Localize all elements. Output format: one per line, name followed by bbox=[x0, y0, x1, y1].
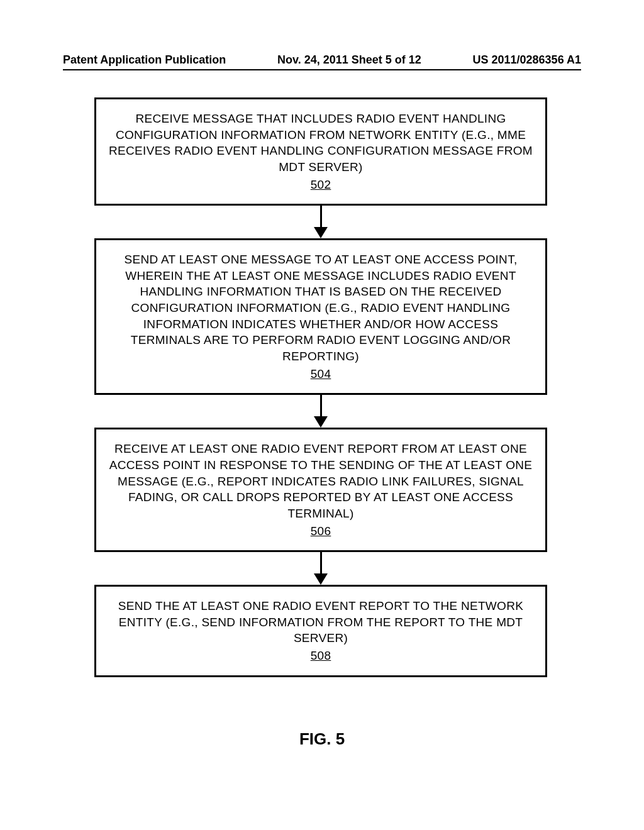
box-number: 506 bbox=[311, 523, 331, 540]
arrow-line bbox=[320, 552, 322, 575]
box-text: RECEIVE MESSAGE THAT INCLUDES RADIO EVEN… bbox=[109, 112, 533, 174]
flow-box-504: SEND AT LEAST ONE MESSAGE TO AT LEAST ON… bbox=[94, 238, 547, 395]
flow-box-502: RECEIVE MESSAGE THAT INCLUDES RADIO EVEN… bbox=[94, 97, 547, 206]
page-header: Patent Application Publication Nov. 24, … bbox=[0, 53, 644, 70]
flow-box-508: SEND THE AT LEAST ONE RADIO EVENT REPORT… bbox=[94, 585, 547, 677]
arrow-head-icon bbox=[314, 416, 328, 428]
box-text: SEND AT LEAST ONE MESSAGE TO AT LEAST ON… bbox=[124, 253, 517, 363]
arrow-icon bbox=[94, 206, 547, 238]
box-number: 504 bbox=[311, 366, 331, 382]
figure-label: FIG. 5 bbox=[0, 729, 644, 749]
arrow-icon bbox=[94, 552, 547, 585]
flowchart: RECEIVE MESSAGE THAT INCLUDES RADIO EVEN… bbox=[94, 97, 547, 677]
header-rule bbox=[63, 69, 581, 70]
box-text: RECEIVE AT LEAST ONE RADIO EVENT REPORT … bbox=[109, 442, 533, 520]
arrow-line bbox=[320, 206, 322, 228]
arrow-line bbox=[320, 395, 322, 418]
header-center: Nov. 24, 2011 Sheet 5 of 12 bbox=[277, 53, 421, 67]
arrow-head-icon bbox=[314, 227, 328, 238]
arrow-icon bbox=[94, 395, 547, 428]
header-right: US 2011/0286356 A1 bbox=[473, 53, 581, 67]
box-text: SEND THE AT LEAST ONE RADIO EVENT REPORT… bbox=[118, 599, 523, 645]
header-row: Patent Application Publication Nov. 24, … bbox=[63, 53, 581, 67]
header-left: Patent Application Publication bbox=[63, 53, 226, 67]
flow-box-506: RECEIVE AT LEAST ONE RADIO EVENT REPORT … bbox=[94, 428, 547, 552]
arrow-head-icon bbox=[314, 573, 328, 585]
box-number: 508 bbox=[311, 648, 331, 664]
box-number: 502 bbox=[311, 177, 331, 193]
